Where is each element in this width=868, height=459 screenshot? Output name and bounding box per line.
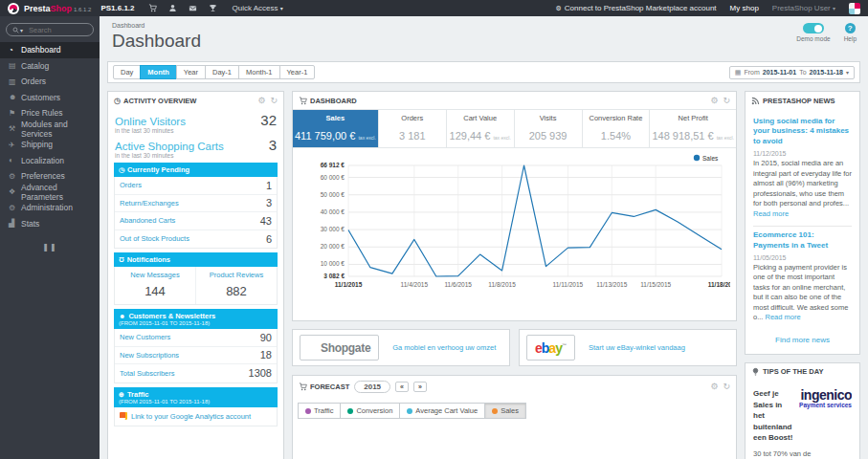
search-icon [12,27,19,33]
period-month-button[interactable]: Month [140,65,177,79]
kpi-cart-value[interactable]: Cart Value 129,44 € tax excl. [446,110,514,147]
cart-icon[interactable] [148,4,157,12]
pending-returns-link[interactable]: Return/Exchanges [120,199,179,208]
read-more-link[interactable]: Read more [766,313,801,321]
tips-of-the-day-panel: Tips of the day ingenico Payment service… [745,362,860,459]
user-menu[interactable]: PrestaShop User ▾ [772,4,835,12]
help-button[interactable]: ? Help [844,23,857,42]
forecast-toggles: Traffic Conversion Average Cart Value Sa… [293,397,736,419]
refresh-icon[interactable]: ↻ [723,382,730,391]
forecast-prev-button[interactable]: « [395,382,409,392]
sidebar-item-shipping[interactable]: ✈Shipping [0,137,100,153]
news-article-title[interactable]: Ecommerce 101: Payments in a Tweet [753,230,852,251]
sidebar-item-localization[interactable]: ◐Localization [0,153,100,169]
sidebar-item-dashboard[interactable]: ◔Dashboard [0,42,100,58]
date-range-picker[interactable]: ▦ From 2015-11-01 To 2015-11-18 ▾ [729,66,855,79]
kpi-conversion-rate[interactable]: Conversion Rate 1.54% [582,110,650,147]
sidebar-collapse-icon[interactable]: ❚❚ [0,243,100,251]
quick-access-menu[interactable]: Quick Access ▾ [233,4,283,12]
chevron-down-icon: ▾ [833,6,835,11]
kpi-net-profit[interactable]: Net Profit 148 918,51 € tax excl. [649,110,736,147]
sidebar-item-modules[interactable]: ⚒Modules and Services [0,121,100,138]
kpi-sales[interactable]: Sales 411 759,00 € tax excl. [293,110,378,147]
gear-icon[interactable]: ⚙ [710,382,718,391]
ebay-link[interactable]: Start uw eBay-winkel vandaag [589,343,685,352]
forecast-year[interactable]: 2015 [354,381,390,393]
active-carts-value: 3 [269,137,277,153]
customer-icon[interactable] [168,4,177,12]
my-shop-link[interactable]: My shop [730,4,759,12]
preferences-icon: ⚙ [9,172,21,181]
sidebar-item-advanced-parameters[interactable]: ❖Advanced Parameters [0,185,100,201]
news-article-title[interactable]: Using social media for your business: 4 … [753,117,852,146]
notifications-cells: New Messages 144 Product Reviews 882 [114,267,278,305]
toggle-traffic[interactable]: Traffic [298,403,341,419]
svg-text:66 912 €: 66 912 € [321,162,345,168]
sidebar-item-catalog[interactable]: ▤Catalog [0,58,100,75]
period-year-1-button[interactable]: Year-1 [279,65,316,79]
shop-name[interactable]: PS1.6.1.2 [100,4,134,12]
active-carts-caption: in the last 30 minutes [115,152,277,159]
online-visitors-link[interactable]: Online Visitors [115,116,186,127]
gear-icon[interactable]: ⚙ [710,96,718,105]
customers-section-range: (FROM 2015-11-01 TO 2015-11-18) [119,320,273,326]
customers-section-header: ☻Customers & Newsletters (FROM 2015-11-0… [114,309,278,329]
forecast-panel-header: Forecast 2015 « » ⚙ ↻ [293,376,736,397]
online-visitors-value: 32 [260,112,277,128]
sidebar-item-administration[interactable]: ⚙Administration [0,200,100,216]
read-more-link[interactable]: Read more [753,209,789,218]
svg-text:20 000 €: 20 000 € [321,243,345,250]
abandoned-carts-link[interactable]: Abandoned Carts [120,216,175,225]
gear-icon[interactable]: ⚙ [257,96,265,105]
trophy-icon[interactable] [209,4,217,12]
sidebar-item-orders[interactable]: ▥Orders [0,74,100,90]
new-subscriptions-link[interactable]: New Subscriptions [120,351,179,360]
period-month-1-button[interactable]: Month-1 [238,65,280,79]
kpi-visits[interactable]: Visits 205 939 [514,110,582,147]
product-reviews-link[interactable]: Product Reviews [198,271,275,279]
shopgate-banner[interactable]: Shopgate Ga mobiel en verhoog uw omzet [292,329,510,366]
svg-text:50 000 €: 50 000 € [321,191,345,198]
total-subscribers-row: Total Subscribers1308 [115,364,277,382]
sidebar-search[interactable]: ▾ [6,23,94,36]
kpi-orders[interactable]: Orders 3 181 [378,110,446,147]
search-scope-caret-icon[interactable]: ▾ [20,27,23,33]
sidebar-item-stats[interactable]: ▟Stats [0,216,100,232]
forecast-next-button[interactable]: » [413,382,427,392]
rss-icon [751,97,760,105]
period-toolbar: Day Month Year Day-1 Month-1 Year-1 ▦ Fr… [107,61,860,83]
active-carts-link[interactable]: Active Shopping Carts [115,141,224,152]
toggle-conversion[interactable]: Conversion [340,403,400,419]
period-day-1-button[interactable]: Day-1 [205,65,239,79]
messages-icon[interactable] [189,4,197,12]
toggle-sales[interactable]: Sales [484,403,526,419]
new-messages-link[interactable]: New Messages [117,271,193,279]
user-avatar[interactable] [849,3,860,14]
refresh-icon[interactable]: ↻ [270,96,278,105]
advanced-parameters-icon: ❖ [9,187,21,196]
period-day-button[interactable]: Day [113,65,141,79]
shopgate-link[interactable]: Ga mobiel en verhoog uw omzet [392,343,496,352]
toggle-on-icon[interactable] [803,23,824,33]
out-of-stock-link[interactable]: Out of Stock Products [120,234,189,243]
sidebar-item-customers[interactable]: ☻Customers [0,90,100,106]
new-messages-value: 144 [117,284,193,298]
pending-orders-link[interactable]: Orders [120,181,142,189]
search-input[interactable] [27,25,87,35]
ebay-banner[interactable]: ebay™ Start uw eBay-winkel vandaag [519,329,737,366]
refresh-icon[interactable]: ↻ [723,96,730,105]
period-year-button[interactable]: Year [176,65,206,79]
find-more-news-link[interactable]: Find more news [753,330,852,348]
demo-mode-toggle[interactable]: Demo mode [796,23,830,42]
toggle-average-cart-value[interactable]: Average Cart Value [399,403,485,419]
new-customers-link[interactable]: New Customers [120,333,170,341]
brand-presta: Presta [24,4,51,13]
total-subscribers-link[interactable]: Total Subscribers [120,369,175,378]
help-icon[interactable]: ? [845,23,856,33]
marketplace-link[interactable]: ⚙ Connect to PrestaShop Marketplace acco… [556,4,717,12]
sales-line-chart[interactable]: 66 912 €60 000 €50 000 €40 000 €30 000 €… [297,150,730,303]
price-rules-icon: ⚑ [9,109,21,118]
breadcrumb[interactable]: Dashboard [112,22,858,29]
news-article-date: 11/12/2015 [753,150,852,157]
google-analytics-link[interactable]: Link to your Google Analytics account [114,407,278,426]
